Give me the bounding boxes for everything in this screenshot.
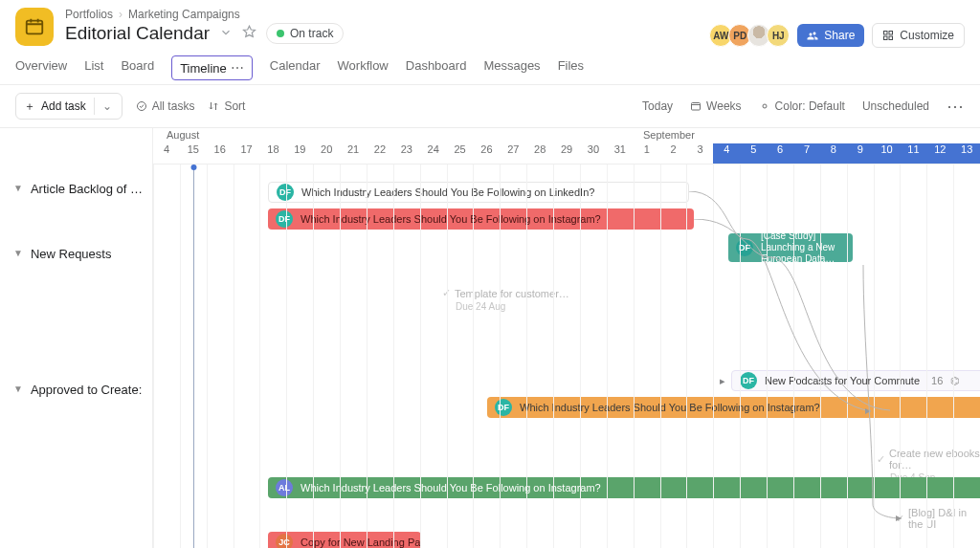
today-button[interactable]: Today	[642, 99, 673, 113]
svg-point-5	[137, 102, 145, 111]
date-cell[interactable]: 28	[526, 143, 553, 164]
svg-rect-3	[884, 36, 888, 40]
avatar: AL	[276, 479, 293, 496]
section-new-requests[interactable]: ▼ New Requests	[13, 247, 111, 261]
triangle-down-icon: ▼	[13, 384, 23, 394]
color-button[interactable]: Color: Default	[759, 99, 845, 113]
status-label: On track	[290, 27, 333, 40]
section-approved[interactable]: ▼ Approved to Create:	[13, 383, 142, 397]
unscheduled-button[interactable]: Unscheduled	[862, 99, 929, 113]
tab-dashboard[interactable]: Dashboard	[406, 58, 467, 82]
task-title: Which Industry Leaders Should You Be Fol…	[301, 482, 601, 493]
star-icon[interactable]	[242, 25, 256, 42]
tab-messages[interactable]: Messages	[483, 58, 540, 82]
avatar-stack[interactable]: AW PD HJ	[713, 24, 790, 47]
tab-overview[interactable]: Overview	[15, 58, 67, 82]
chevron-down-icon[interactable]	[219, 26, 233, 42]
date-cell[interactable]: 23	[393, 143, 420, 164]
date-cell[interactable]: 16	[207, 143, 234, 164]
task-title: Which Industry Leaders Should You Be Fol…	[301, 186, 594, 198]
date-cell[interactable]: 26	[474, 143, 501, 164]
date-cell[interactable]: 17	[234, 143, 260, 164]
date-cell[interactable]: 4	[153, 143, 180, 164]
date-cell[interactable]: 2	[660, 143, 687, 164]
share-button[interactable]: Share	[797, 24, 864, 47]
subtask-count: 16	[931, 375, 943, 386]
svg-rect-2	[889, 32, 893, 35]
project-title: Editorial Calendar	[65, 23, 210, 44]
avatar: DF	[277, 184, 294, 201]
task-bar[interactable]: JC Copy for New Landing Page	[268, 532, 421, 548]
date-cell[interactable]: 13	[953, 143, 980, 164]
svg-point-7	[763, 104, 767, 108]
more-icon[interactable]: ⋯	[231, 60, 244, 76]
toolbar: ＋ Add task ⌄ All tasks Sort Today Weeks …	[0, 85, 980, 128]
date-cell[interactable]: 22	[367, 143, 393, 164]
timeline: ▼ Article Backlog of … ▼ New Requests ▼ …	[0, 128, 980, 548]
task-title: Copy for New Landing Page	[301, 537, 421, 548]
avatar: DF	[495, 399, 512, 416]
date-cell[interactable]: 9	[847, 143, 874, 164]
more-icon[interactable]: ⋯	[947, 96, 965, 117]
avatar[interactable]: HJ	[767, 24, 790, 47]
dates-row: 4151617181920212223242526272829303112345…	[153, 143, 980, 164]
avatar: JC	[276, 534, 293, 548]
tab-files[interactable]: Files	[558, 58, 584, 82]
chevron-down-icon[interactable]: ⌄	[94, 98, 116, 115]
task-bar[interactable]: DF Which Industry Leaders Should You Be …	[268, 208, 694, 230]
add-task-button[interactable]: ＋ Add task ⌄	[15, 93, 122, 120]
zoom-weeks[interactable]: Weeks	[690, 99, 741, 113]
date-cell[interactable]: 29	[553, 143, 580, 164]
ghost-task[interactable]: ✓Template for customer… Due 24 Aug	[442, 287, 569, 312]
tab-board[interactable]: Board	[121, 58, 154, 82]
svg-rect-0	[27, 21, 43, 34]
date-cell[interactable]: 31	[607, 143, 634, 164]
all-tasks-filter[interactable]: All tasks	[136, 99, 195, 113]
date-cell[interactable]: 4	[713, 143, 740, 164]
svg-rect-6	[692, 103, 701, 111]
date-cell[interactable]: 10	[874, 143, 901, 164]
date-cell[interactable]: 7	[793, 143, 820, 164]
status-pill[interactable]: On track	[266, 23, 344, 44]
triangle-down-icon: ▼	[13, 183, 23, 193]
date-cell[interactable]: 19	[286, 143, 313, 164]
breadcrumb-child[interactable]: Marketing Campaigns	[128, 8, 240, 21]
date-cell[interactable]: 18	[260, 143, 287, 164]
section-backlog[interactable]: ▼ Article Backlog of …	[13, 182, 143, 196]
sections-column: ▼ Article Backlog of … ▼ New Requests ▼ …	[0, 128, 153, 548]
date-cell[interactable]: 20	[313, 143, 340, 164]
svg-rect-1	[884, 32, 888, 35]
breadcrumb: Portfolios › Marketing Campaigns	[65, 8, 965, 21]
timeline-grid[interactable]: DF Which Industry Leaders Should You Be …	[153, 164, 980, 548]
date-cell[interactable]: 24	[420, 143, 447, 164]
task-bar[interactable]: DF Which Industry Leaders Should You Be …	[268, 182, 689, 203]
date-cell[interactable]: 21	[340, 143, 367, 164]
date-cell[interactable]: 3	[687, 143, 714, 164]
months-row: August September	[153, 128, 980, 143]
date-cell[interactable]: 27	[500, 143, 526, 164]
tab-workflow[interactable]: Workflow	[338, 58, 389, 82]
sort-button[interactable]: Sort	[208, 99, 245, 113]
date-cell[interactable]: 12	[926, 143, 953, 164]
tab-timeline[interactable]: Timeline ⋯	[171, 55, 253, 80]
breadcrumb-root[interactable]: Portfolios	[65, 8, 113, 21]
svg-rect-4	[889, 36, 893, 40]
avatar: DF	[276, 210, 293, 228]
date-cell[interactable]: 30	[580, 143, 607, 164]
header-actions: AW PD HJ Share Customize	[713, 23, 965, 48]
date-cell[interactable]: 25	[447, 143, 474, 164]
date-cell[interactable]: 11	[901, 143, 927, 164]
date-cell[interactable]: 6	[767, 143, 793, 164]
status-dot-icon	[277, 30, 284, 37]
date-cell[interactable]: 8	[820, 143, 847, 164]
task-title: Which Industry Leaders Should You Be Fol…	[301, 213, 601, 225]
tab-list[interactable]: List	[84, 58, 103, 82]
date-cell[interactable]: 1	[634, 143, 660, 164]
customize-button[interactable]: Customize	[872, 23, 965, 48]
date-cell[interactable]: 5	[740, 143, 767, 164]
triangle-down-icon: ▼	[13, 248, 23, 258]
tabs: Overview List Board Timeline ⋯ Calendar …	[0, 46, 980, 85]
tab-calendar[interactable]: Calendar	[270, 58, 321, 82]
date-cell[interactable]: 15	[180, 143, 207, 164]
chevron-right-icon: ›	[119, 8, 122, 21]
